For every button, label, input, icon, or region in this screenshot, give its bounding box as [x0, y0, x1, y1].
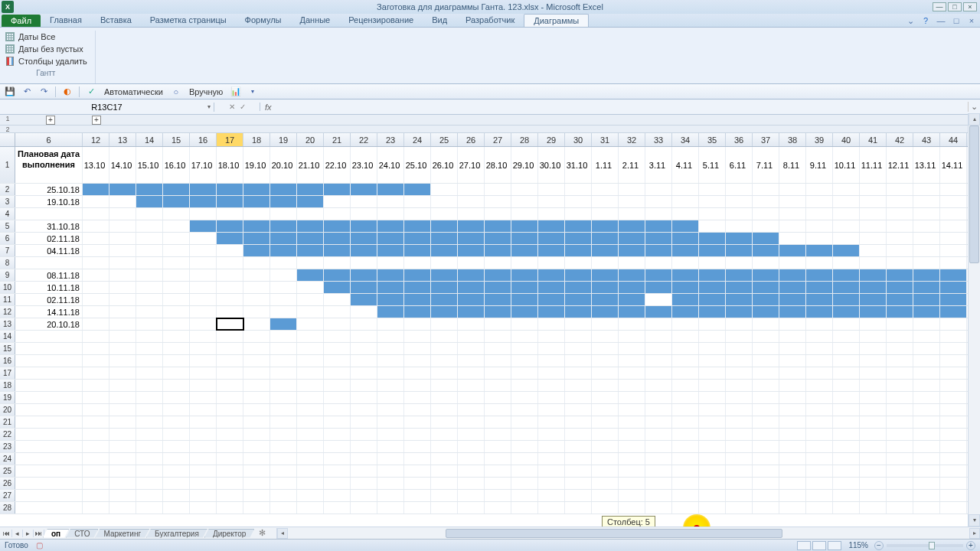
grid-cell[interactable] — [619, 245, 645, 256]
grid-cell[interactable] — [217, 404, 243, 416]
grid-cell[interactable] — [645, 294, 672, 305]
grid-cell[interactable] — [538, 416, 565, 428]
grid-cell[interactable] — [565, 245, 592, 256]
grid-cell[interactable] — [163, 184, 190, 195]
grid-cell[interactable] — [619, 318, 645, 330]
grid-cell[interactable] — [351, 502, 377, 514]
date-cell[interactable] — [15, 392, 83, 403]
grid-cell[interactable] — [538, 233, 565, 244]
grid-cell[interactable] — [887, 294, 913, 305]
grid-cell[interactable] — [404, 306, 431, 318]
ribbon-tab[interactable]: Вставка — [91, 14, 141, 27]
grid-cell[interactable] — [511, 355, 538, 367]
grid-cell[interactable] — [297, 429, 324, 440]
grid-cell[interactable] — [806, 331, 833, 342]
grid-cell[interactable] — [806, 306, 833, 318]
grid-cell[interactable] — [592, 245, 619, 256]
hscroll-thumb[interactable] — [446, 529, 782, 538]
minimize-button[interactable]: — — [933, 2, 946, 11]
grid-cell[interactable] — [270, 318, 297, 330]
grid-cell[interactable] — [538, 429, 565, 440]
column-header[interactable]: 15 — [163, 133, 190, 146]
grid-cell[interactable] — [645, 318, 672, 330]
grid-cell[interactable] — [860, 465, 887, 477]
grid-cell[interactable] — [619, 184, 645, 195]
grid-cell[interactable] — [109, 220, 136, 232]
grid-cell[interactable] — [645, 269, 672, 281]
date-cell[interactable] — [15, 453, 83, 465]
view-layout-button[interactable] — [812, 541, 826, 550]
grid-cell[interactable] — [538, 441, 565, 452]
grid-cell[interactable] — [511, 502, 538, 514]
grid-cell[interactable] — [619, 282, 645, 293]
grid-cell[interactable] — [940, 318, 967, 330]
qat-manual-label[interactable]: Вручную — [186, 87, 226, 96]
grid-cell[interactable] — [431, 490, 458, 501]
grid-cell[interactable] — [377, 220, 404, 232]
row-header[interactable]: 18 — [0, 380, 15, 391]
grid-cell[interactable] — [431, 294, 458, 305]
grid-cell[interactable] — [190, 465, 217, 477]
grid-cell[interactable] — [619, 465, 645, 477]
grid-cell[interactable] — [619, 220, 645, 232]
grid-cell[interactable] — [860, 478, 887, 489]
date-header-cell[interactable]: 22.10 — [324, 147, 351, 183]
grid-cell[interactable] — [833, 294, 860, 305]
grid-cell[interactable] — [217, 453, 243, 465]
grid-cell[interactable] — [324, 294, 351, 305]
grid-cell[interactable] — [511, 208, 538, 220]
grid-cell[interactable] — [404, 441, 431, 452]
grid-cell[interactable] — [377, 233, 404, 244]
grid-cell[interactable] — [726, 429, 753, 440]
grid-cell[interactable] — [619, 331, 645, 342]
grid-cell[interactable] — [726, 318, 753, 330]
grid-cell[interactable] — [136, 343, 163, 354]
ribbon-tab[interactable]: Разметка страницы — [141, 14, 236, 27]
grid-cell[interactable] — [538, 453, 565, 465]
grid-cell[interactable] — [243, 478, 270, 489]
grid-cell[interactable] — [136, 502, 163, 514]
grid-cell[interactable] — [351, 208, 377, 220]
cancel-icon[interactable]: ✕ — [229, 103, 235, 111]
grid-cell[interactable] — [136, 282, 163, 293]
grid-cell[interactable] — [458, 282, 485, 293]
sheet-nav-first[interactable]: ⏮ — [2, 530, 12, 537]
grid-cell[interactable] — [217, 441, 243, 452]
grid-cell[interactable] — [217, 465, 243, 477]
grid-cell[interactable] — [163, 478, 190, 489]
date-cell[interactable]: 10.11.18 — [15, 282, 83, 293]
grid-cell[interactable] — [377, 196, 404, 207]
grid-cell[interactable] — [404, 233, 431, 244]
grid-cell[interactable] — [404, 367, 431, 379]
grid-cell[interactable] — [860, 220, 887, 232]
grid-cell[interactable] — [645, 245, 672, 256]
grid-cell[interactable] — [109, 269, 136, 281]
row-header[interactable]: 16 — [0, 355, 15, 367]
grid-cell[interactable] — [833, 429, 860, 440]
grid-cell[interactable] — [351, 478, 377, 489]
grid-cell[interactable] — [913, 478, 940, 489]
grid-cell[interactable] — [565, 220, 592, 232]
grid-cell[interactable] — [511, 490, 538, 501]
grid-cell[interactable] — [726, 294, 753, 305]
grid-cell[interactable] — [458, 367, 485, 379]
grid-cell[interactable] — [833, 355, 860, 367]
date-header-cell[interactable]: 8.11 — [779, 147, 806, 183]
grid-cell[interactable] — [645, 392, 672, 403]
grid-cell[interactable] — [243, 416, 270, 428]
grid-cell[interactable] — [431, 404, 458, 416]
date-cell[interactable] — [15, 331, 83, 342]
grid-cell[interactable] — [217, 318, 243, 330]
grid-cell[interactable] — [538, 318, 565, 330]
grid-cell[interactable] — [538, 490, 565, 501]
grid-cell[interactable] — [136, 257, 163, 269]
date-cell[interactable] — [15, 490, 83, 501]
grid-cell[interactable] — [833, 233, 860, 244]
grid-cell[interactable] — [779, 355, 806, 367]
grid-cell[interactable] — [377, 269, 404, 281]
grid-cell[interactable] — [887, 220, 913, 232]
grid-cell[interactable] — [753, 331, 779, 342]
grid-cell[interactable] — [243, 184, 270, 195]
grid-cell[interactable] — [699, 331, 726, 342]
grid-cell[interactable] — [779, 392, 806, 403]
